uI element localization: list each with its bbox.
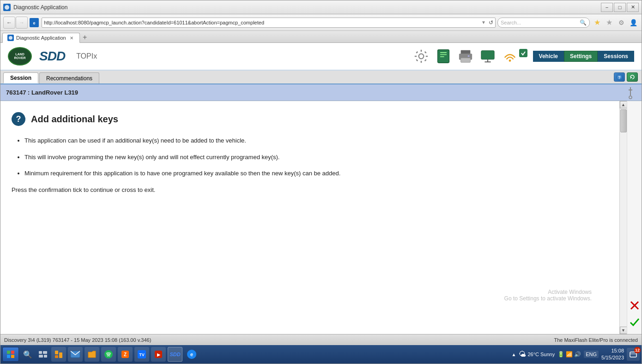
content-title: Add additional keys — [31, 114, 118, 125]
refresh-session-icon[interactable] — [627, 72, 638, 82]
scroll-up-button[interactable]: ▲ — [620, 101, 627, 108]
content-area: ? Add additional keys This application c… — [0, 101, 642, 334]
systray-expand-icon[interactable]: ▲ — [511, 352, 516, 357]
svg-point-24 — [509, 60, 511, 62]
minimize-button[interactable]: − — [601, 3, 613, 12]
topix-label: TOPIx — [76, 52, 97, 60]
statusbar: Discovery 3\4 (L319) 763147 - 15 May 202… — [0, 334, 642, 345]
sdd-logo: SDD — [39, 49, 65, 64]
taskbar-app5-icon[interactable]: Z — [118, 347, 133, 362]
titlebar-favicon — [3, 4, 11, 11]
scroll-thumb[interactable] — [620, 109, 627, 132]
url-text: http://localhost:8080/pagmcp_launch.acti… — [44, 20, 479, 25]
nav-sessions-tab[interactable]: Sessions — [598, 51, 634, 62]
search-box[interactable]: Search... 🔍 — [497, 18, 590, 28]
refresh-icon[interactable]: ↺ — [489, 19, 493, 26]
session-tab[interactable]: Session — [3, 72, 38, 84]
cancel-cross-button[interactable] — [628, 299, 641, 312]
taskbar-mail-icon[interactable] — [68, 347, 83, 362]
check-badge-icon — [519, 49, 527, 57]
content-footer: Press the confirmation tick to continue … — [12, 186, 610, 193]
svg-rect-16 — [440, 56, 444, 57]
taskbar-spotify-icon[interactable] — [101, 347, 116, 362]
svg-rect-40 — [59, 352, 62, 358]
tab-close-icon[interactable]: ✕ — [68, 35, 75, 41]
forward-button[interactable]: → — [16, 17, 28, 29]
svg-rect-11 — [416, 59, 418, 61]
favorites-icon[interactable]: ★ — [592, 17, 603, 28]
svg-point-4 — [418, 54, 424, 59]
svg-text:e: e — [33, 21, 35, 25]
taskbar-explorer-icon[interactable] — [85, 347, 99, 362]
svg-rect-8 — [425, 56, 427, 57]
bullet-item-2: This will involve programming the new ke… — [24, 153, 610, 162]
browser-tab[interactable]: Diagnostic Application ✕ — [2, 33, 80, 43]
header-flash-icon[interactable] — [433, 46, 454, 66]
taskbar-sdd-icon[interactable]: SDD — [168, 347, 182, 362]
svg-rect-41 — [55, 355, 58, 358]
svg-rect-39 — [55, 351, 58, 354]
restore-button[interactable]: □ — [614, 3, 626, 12]
action-panel — [627, 101, 642, 334]
header-printer-icon[interactable] — [455, 46, 476, 66]
svg-rect-37 — [39, 355, 43, 358]
activate-watermark: Activate Windows Go to Settings to activ… — [504, 289, 592, 302]
svg-rect-38 — [44, 355, 47, 358]
nav-vehicle-tab[interactable]: Vehicle — [533, 51, 564, 62]
new-tab-button[interactable]: + — [80, 32, 90, 42]
header-settings-icon[interactable] — [411, 46, 431, 66]
search-icon[interactable]: 🔍 — [580, 19, 587, 26]
content-main: ? Add additional keys This application c… — [0, 101, 619, 334]
wifi-icon[interactable]: 📶 — [566, 351, 573, 358]
settings-icon[interactable]: ⚙ — [616, 17, 627, 28]
confirm-check-button[interactable] — [628, 316, 641, 328]
svg-rect-14 — [440, 52, 446, 53]
security-icon: e — [30, 18, 39, 27]
taskbar-taskview-button[interactable] — [36, 348, 49, 361]
scroll-down-button[interactable]: ▼ — [620, 327, 627, 334]
notification-button[interactable]: 12 — [627, 348, 640, 361]
nav-settings-tab[interactable]: Settings — [564, 51, 598, 62]
statusbar-right: The MaxiFlash Elite/Pro is connected — [554, 337, 638, 343]
help-icon-1[interactable]: ? — [614, 72, 625, 82]
clock-time: 15:08 — [601, 347, 624, 354]
svg-rect-35 — [39, 351, 42, 354]
volume-icon[interactable]: 🔊 — [574, 351, 581, 358]
close-button[interactable]: ✕ — [627, 3, 639, 12]
tab-label: Diagnostic Application — [16, 35, 66, 41]
clock-date: 5/15/2023 — [601, 354, 624, 361]
taskbar-redapp-icon[interactable]: ▶ — [151, 347, 166, 362]
content-help-icon: ? — [12, 112, 25, 126]
url-dropdown-icon[interactable]: ▼ — [481, 20, 486, 25]
taskbar-search-button[interactable]: 🔍 — [21, 348, 35, 361]
taskbar-files-icon[interactable] — [51, 347, 66, 362]
clock[interactable]: 15:08 5/15/2023 — [601, 347, 624, 362]
svg-rect-36 — [43, 351, 47, 354]
vehicle-title: 763147 : LandRover L319 — [6, 89, 78, 96]
titlebar-title: Diagnostic Application — [13, 4, 67, 11]
svg-rect-6 — [420, 61, 422, 63]
url-bar[interactable]: http://localhost:8080/pagmcp_launch.acti… — [42, 18, 496, 28]
tabbar: Diagnostic Application ✕ + — [0, 31, 642, 43]
back-button[interactable]: ← — [3, 17, 15, 29]
battery-icon[interactable]: 🔋 — [557, 351, 564, 358]
user-icon[interactable]: 👤 — [628, 17, 639, 28]
scrollbar: ▲ ▼ — [619, 101, 627, 334]
taskbar-teamviewer-icon[interactable]: TV — [134, 347, 149, 362]
header-tools: Vehicle Settings Sessions — [411, 46, 634, 66]
language-indicator[interactable]: ENG — [584, 351, 599, 358]
weather-text: 26°C Sunny — [527, 352, 555, 357]
svg-point-3 — [9, 36, 12, 40]
vehicle-icon[interactable] — [625, 84, 636, 101]
taskbar-ie-icon[interactable]: e — [184, 347, 199, 362]
header-broadcast-icon[interactable] — [500, 46, 520, 66]
start-button[interactable] — [2, 347, 19, 362]
svg-text:▶: ▶ — [157, 352, 161, 357]
header-signal-icon[interactable] — [478, 46, 498, 66]
favorites2-icon[interactable]: ★ — [604, 17, 615, 28]
svg-rect-34 — [11, 355, 14, 358]
activate-line2: Go to Settings to activate Windows. — [504, 295, 592, 302]
svg-text:e: e — [190, 352, 193, 357]
svg-rect-20 — [467, 55, 469, 57]
recommendations-tab[interactable]: Recommendations — [39, 72, 99, 84]
